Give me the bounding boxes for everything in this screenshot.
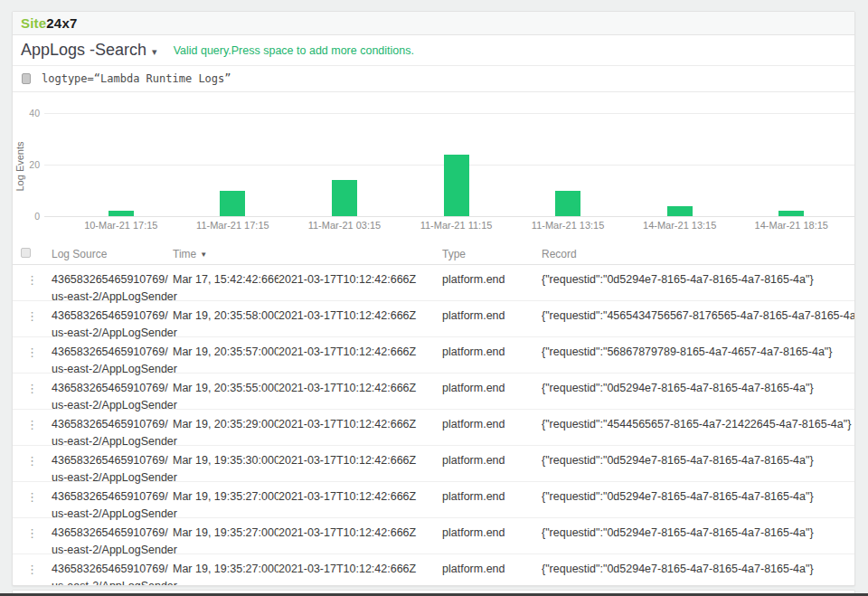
record-cell: {"requestid":"56867879789-8165-4a7-4657-… [542,337,854,378]
log-source-line1: 436583265465910769/ [52,488,173,506]
time-iso-cell: 2021-03-17T10:12:42:666Z [278,518,442,559]
log-source-cell: 436583265465910769/us-east-2/AppLogSende… [52,518,173,559]
type-cell: platform.end [442,518,542,559]
row-menu-icon[interactable]: ⋮ [13,554,52,586]
y-tick-20: 20 [13,159,40,170]
logo-site-text: Site [21,15,46,31]
row-menu-icon[interactable]: ⋮ [13,265,52,306]
time-local-cell: Mar 19, 19:35:27:000 [173,518,278,559]
type-cell: platform.end [442,301,542,342]
log-source-cell: 436583265465910769/us-east-2/AppLogSende… [52,337,173,378]
x-tick-label: 11-Mar-21 17:15 [177,220,289,231]
time-local-cell: Mar 19, 19:35:30:000 [173,446,278,487]
table-row[interactable]: ⋮436583265465910769/us-east-2/AppLogSend… [13,554,854,586]
page-title: AppLogs -Search [21,41,146,60]
brand-bar: Site24x7 [13,12,854,35]
time-local-cell: Mar 19, 19:35:27:000 [173,554,278,586]
record-cell: {"requestid":"0d5294e7-8165-4a7-8165-4a7… [542,374,854,414]
log-source-cell: 436583265465910769/us-east-2/AppLogSende… [52,446,173,487]
log-source-cell: 436583265465910769/us-east-2/AppLogSende… [52,554,173,586]
y-tick-40: 40 [13,108,40,118]
log-events-bar[interactable] [444,155,469,216]
row-menu-icon[interactable]: ⋮ [13,374,52,414]
column-header-record: Record [542,248,854,260]
record-cell: {"requestid":"0d5294e7-8165-4a7-8165-4a7… [542,554,854,586]
time-local-cell: Mar 17, 15:42:42:666 [173,265,278,306]
bar-slot [735,113,847,216]
query-bar[interactable]: logtype=“Lambda Runtime Logs” [13,66,854,92]
time-iso-cell: 2021-03-17T10:12:42:666Z [278,337,442,378]
x-tick-label: 11-Mar-21 03:15 [288,220,401,231]
time-iso-cell: 2021-03-17T10:12:42:666Z [278,410,442,450]
log-events-bar[interactable] [667,206,693,216]
x-tick-label: 10-Mar-21 17:15 [65,220,177,231]
time-iso-cell: 2021-03-17T10:12:42:666Z [278,446,442,487]
chart-bars [65,113,847,216]
select-all-checkbox[interactable] [21,248,31,258]
row-menu-icon[interactable]: ⋮ [13,482,52,523]
column-header-time[interactable]: Time▼ [173,248,278,260]
time-local-cell: Mar 19, 20:35:29:000 [173,410,278,450]
title-bar: AppLogs -Search ▾ Valid query.Press spac… [13,35,854,66]
query-input[interactable]: logtype=“Lambda Runtime Logs” [42,72,231,85]
log-source-line1: 436583265465910769/ [52,344,173,361]
record-cell: {"requestid":"0d5294e7-8165-4a7-8165-4a7… [542,265,854,306]
time-local-cell: Mar 19, 20:35:55:000 [173,374,278,414]
log-source-line1: 436583265465910769/ [52,416,173,433]
table-row[interactable]: ⋮436583265465910769/us-east-2/AppLogSend… [13,374,854,410]
row-menu-icon[interactable]: ⋮ [13,446,52,487]
log-source-line1: 436583265465910769/ [52,561,173,578]
x-tick-label: 11-Mar-21 13:15 [512,220,624,231]
table-body: ⋮436583265465910769/us-east-2/AppLogSend… [13,265,854,586]
type-cell: platform.end [442,482,542,523]
bar-slot [288,113,401,216]
chevron-down-icon: ▾ [152,46,157,58]
row-menu-icon[interactable]: ⋮ [13,337,52,378]
log-events-bar[interactable] [108,211,134,216]
table-row[interactable]: ⋮436583265465910769/us-east-2/AppLogSend… [13,482,854,518]
log-source-line1: 436583265465910769/ [52,452,173,469]
time-iso-cell: 2021-03-17T10:12:42:666Z [278,554,442,586]
x-axis-labels: 10-Mar-21 17:1511-Mar-21 17:1511-Mar-21 … [65,220,847,231]
table-row[interactable]: ⋮436583265465910769/us-east-2/AppLogSend… [13,518,854,554]
time-local-cell: Mar 19, 20:35:58:000 [173,301,278,342]
type-cell: platform.end [442,446,542,487]
log-events-bar[interactable] [555,191,580,217]
log-events-chart: Log Events 02040 10-Mar-21 17:1511-Mar-2… [13,92,854,243]
column-header-type: Type [442,248,542,260]
site24x7-logo[interactable]: Site24x7 [21,15,77,31]
main-panel: Site24x7 AppLogs -Search ▾ Valid query.P… [12,11,855,586]
table-row[interactable]: ⋮436583265465910769/us-east-2/AppLogSend… [13,265,854,301]
log-source-line1: 436583265465910769/ [52,307,173,325]
sort-caret-icon: ▼ [200,251,207,259]
log-source-cell: 436583265465910769/us-east-2/AppLogSende… [52,374,173,414]
record-cell: {"requestid":"0d5294e7-8165-4a7-8165-4a7… [542,446,854,487]
applogs-search-dropdown[interactable]: AppLogs -Search ▾ [21,41,157,60]
record-cell: {"requestid":"4565434756567-8176565-4a7-… [542,301,854,342]
log-source-cell: 436583265465910769/us-east-2/AppLogSende… [52,301,173,342]
log-source-line1: 436583265465910769/ [52,380,173,397]
row-menu-icon[interactable]: ⋮ [13,518,52,559]
type-cell: platform.end [442,410,542,450]
table-row[interactable]: ⋮436583265465910769/us-east-2/AppLogSend… [13,301,854,337]
type-cell: platform.end [442,554,542,586]
x-tick-label: 14-Mar-21 13:15 [624,220,736,231]
row-menu-icon[interactable]: ⋮ [13,301,52,342]
log-source-line1: 436583265465910769/ [52,271,173,289]
log-source-line2: us-east-2/AppLogSender [52,578,173,586]
table-row[interactable]: ⋮436583265465910769/us-east-2/AppLogSend… [13,410,854,446]
time-iso-cell: 2021-03-17T10:12:42:666Z [278,265,442,306]
time-iso-cell: 2021-03-17T10:12:42:666Z [278,374,442,414]
time-iso-cell: 2021-03-17T10:12:42:666Z [278,482,442,523]
log-events-bar[interactable] [220,191,245,217]
time-local-cell: Mar 19, 19:35:27:000 [173,482,278,523]
row-menu-icon[interactable]: ⋮ [13,410,52,450]
table-header: Log Source Time▼ Type Record [13,243,854,265]
log-events-bar[interactable] [778,211,804,216]
record-cell: {"requestid":"4544565657-8165-4a7-214226… [542,410,854,450]
log-events-bar[interactable] [332,180,357,216]
y-tick-0: 0 [13,211,40,222]
bar-slot [65,113,177,216]
table-row[interactable]: ⋮436583265465910769/us-east-2/AppLogSend… [13,446,854,482]
table-row[interactable]: ⋮436583265465910769/us-east-2/AppLogSend… [13,337,854,374]
